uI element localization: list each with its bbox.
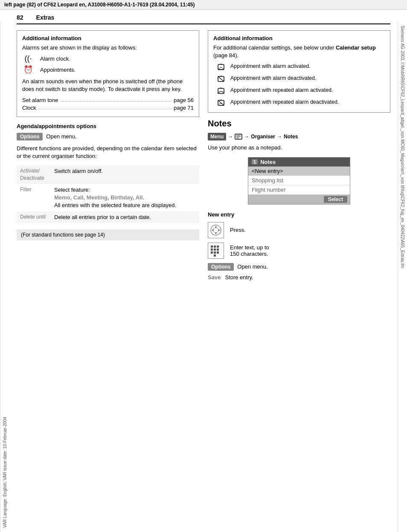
phone-display-item-new-entry[interactable]: <New entry>	[248, 167, 350, 176]
new-entry-press-row: Press.	[208, 222, 390, 238]
option-name-activate: Activate/Deactivate	[17, 165, 51, 184]
svg-marker-20	[218, 229, 220, 231]
nav-organiser: Organiser	[251, 134, 275, 140]
svg-point-16	[213, 228, 218, 233]
nav-arrow-3: →	[277, 134, 282, 140]
alarm-clock-row: ((· Alarm clock.	[22, 54, 194, 63]
clock-ref: Clock page 71	[22, 105, 194, 111]
option-name-filter: Filter	[17, 184, 51, 212]
num-badge: 1	[252, 159, 258, 164]
phone-display-title: 1 Notes	[248, 158, 350, 167]
notes-heading: Notes	[208, 119, 390, 129]
save-text: Store entry.	[225, 274, 253, 281]
new-entry-options-btn[interactable]: Options	[208, 263, 234, 271]
appointment-repeated-alarm-on-icon	[213, 87, 230, 96]
appointment-repeated-alarm-off-text: Appointment with repeated alarm deactiva…	[230, 99, 385, 108]
press-text: Press.	[230, 227, 246, 233]
options-open-menu-text: Open menu.	[46, 133, 77, 140]
nav-arrow-2: →	[244, 134, 249, 140]
appointments-label: Appointments.	[40, 67, 76, 73]
phone-display: 1 Notes <New entry> Shopping list Flight…	[248, 157, 350, 205]
info-box-right-title: Additional information	[213, 35, 385, 41]
menu-button[interactable]: Menu	[208, 133, 226, 140]
set-alarm-page: page 56	[174, 97, 194, 103]
header-text: left page (82) of CF62 Leopard en, A3100…	[4, 2, 195, 8]
new-entry-heading: New entry	[208, 211, 390, 218]
phone-display-item-flight[interactable]: Flight number	[248, 185, 350, 195]
nav-notes: Notes	[284, 134, 298, 140]
info-box-left-title: Additional information	[22, 35, 194, 41]
nav-arrow-1: →	[228, 134, 233, 140]
right-column: Additional information For additional ca…	[208, 30, 390, 281]
clock-page: page 71	[174, 105, 194, 111]
svg-rect-29	[217, 251, 219, 254]
appointment-alarm-on-icon	[213, 63, 230, 72]
svg-rect-21	[211, 246, 213, 248]
table-row: Activate/Deactivate Switch alarm on/off.	[17, 165, 199, 184]
set-alarm-ref: Set alarm tone page 56	[22, 97, 194, 103]
appointment-alarm-off-text: Appointment with alarm deactivated.	[230, 75, 385, 84]
keypad-icon	[208, 243, 224, 259]
svg-rect-30	[214, 254, 216, 257]
side-label-right: Siemens AG 2003, I:\Mobil\R65\CF62_Leopa…	[398, 21, 407, 532]
option-desc-delete: Delete all entries prior to a certain da…	[51, 211, 199, 223]
phone-display-footer: Select	[248, 195, 350, 204]
appointment-icons-grid: Appointment with alarm activated. Appoin…	[213, 63, 385, 108]
new-entry-save-line: Save Store entry.	[208, 274, 390, 281]
option-name-delete: Delete until	[17, 211, 51, 223]
nav-key-icon	[208, 222, 224, 238]
info-box-right-intro: For additional calendar settings, see be…	[213, 44, 385, 59]
appointment-repeated-alarm-on-text: Appointment with repeated alarm activate…	[230, 87, 385, 96]
notes-desc: Use your phone as a notepad.	[208, 144, 390, 152]
phone-display-item-shopping[interactable]: Shopping list	[248, 176, 350, 185]
new-entry-options-text: Open menu.	[237, 263, 268, 270]
phone-display-title-text: Notes	[260, 159, 276, 165]
menu-navigation: Menu → → Organiser → Notes	[208, 133, 390, 140]
options-button[interactable]: Options	[17, 133, 43, 140]
appointment-repeated-alarm-off-icon	[213, 99, 230, 108]
info-box-right: Additional information For additional ca…	[208, 30, 390, 113]
top-header: left page (82) of CF62 Leopard en, A3100…	[0, 0, 407, 10]
agenda-options-table: Activate/Deactivate Switch alarm on/off.…	[17, 165, 199, 223]
info-box-left-line1: Alarms set are shown in the display as f…	[22, 44, 194, 52]
new-entry-options-line: Options Open menu.	[208, 263, 390, 271]
info-box-left: Additional information Alarms set are sh…	[17, 30, 199, 117]
appointment-alarm-on-text: Appointment with alarm activated.	[230, 63, 385, 72]
alarm-clock-label: Alarm clock.	[40, 56, 70, 62]
alarm-clock-icon: ((·	[22, 54, 34, 63]
appointments-icon: ⏰	[22, 65, 34, 74]
svg-rect-22	[214, 246, 216, 248]
side-label-left: VAR Language: English; VAR issue date: 1…	[0, 21, 9, 532]
svg-rect-23	[217, 246, 219, 248]
std-functions-note: (For standard functions see page 14)	[17, 229, 199, 240]
left-column: Additional information Alarms set are sh…	[17, 30, 199, 281]
svg-rect-28	[214, 251, 216, 254]
chapter-title: Extras	[36, 14, 55, 21]
agenda-desc: Different functions are provided, depend…	[17, 145, 199, 160]
svg-marker-18	[215, 233, 217, 234]
clock-label: Clock	[22, 105, 36, 111]
svg-rect-6	[218, 88, 224, 94]
new-entry-section: New entry Press.	[208, 211, 390, 281]
svg-line-10	[218, 100, 224, 105]
filter-options-colored: Memo, Call, Meeting, Birthday, All.	[54, 194, 144, 201]
set-alarm-label: Set alarm tone	[22, 97, 58, 103]
select-button[interactable]: Select	[324, 196, 347, 203]
svg-marker-2	[218, 67, 224, 70]
svg-marker-17	[215, 226, 217, 228]
option-desc-activate: Switch alarm on/off.	[51, 165, 199, 184]
svg-rect-26	[217, 248, 219, 251]
appointment-alarm-off-icon	[213, 75, 230, 84]
agenda-options-line: Options Open menu.	[17, 133, 199, 140]
agenda-section-heading: Agenda/appointments options	[17, 123, 199, 129]
page-number: 82	[17, 14, 23, 21]
appointments-row: ⏰ Appointments.	[22, 65, 194, 74]
svg-rect-25	[214, 248, 216, 251]
page-heading: 82 Extras	[17, 14, 390, 24]
svg-marker-19	[212, 229, 213, 231]
svg-line-5	[218, 76, 224, 82]
option-desc-filter: Select feature: Memo, Call, Meeting, Bir…	[51, 184, 199, 212]
alarm-text: An alarm sounds even when the phone is s…	[22, 78, 194, 93]
new-entry-keypad-row: Enter text, up to150 characters.	[208, 243, 390, 259]
enter-text-desc: Enter text, up to150 characters.	[230, 244, 269, 257]
